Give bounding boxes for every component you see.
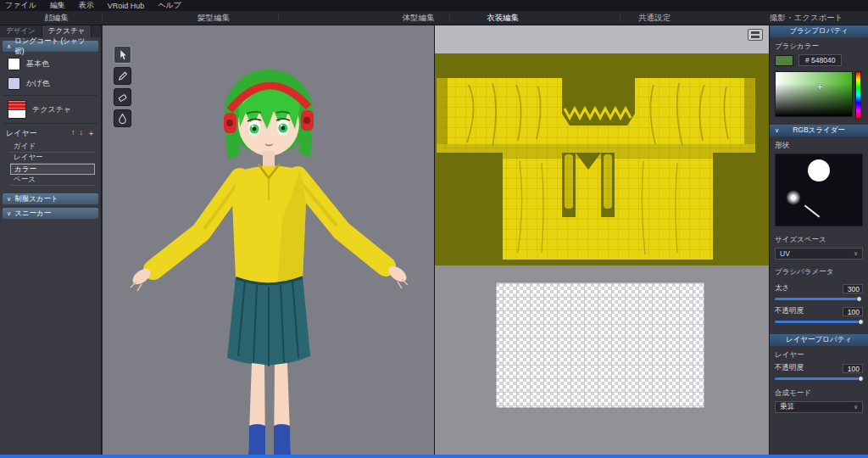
menu-vroid-hub[interactable]: VRoid Hub — [108, 2, 145, 10]
menu-edit[interactable]: 編集 — [50, 0, 65, 11]
picker-cursor-icon[interactable]: + — [817, 81, 822, 92]
chevron-down-icon: ∨ — [854, 250, 858, 257]
chevron-down-icon: ∨ — [7, 196, 11, 202]
thickness-label: 太さ — [775, 283, 789, 293]
size-space-value: UV — [780, 249, 790, 258]
size-space-label: サイズスペース — [775, 235, 863, 245]
layer-actions: ↑ ↓ ＋ — [71, 128, 95, 139]
tab-common[interactable]: 共通設定 — [638, 11, 670, 25]
thickness-slider[interactable] — [775, 298, 863, 300]
blend-mode-label: 合成モード — [775, 388, 863, 399]
chevron-down-icon: ∨ — [854, 404, 858, 411]
brush-shape-hard-circle[interactable] — [808, 159, 830, 182]
bottom-accent-bar — [0, 455, 868, 458]
section-title: スニーカー — [14, 209, 51, 219]
tab-outfit[interactable]: 衣装編集 — [487, 11, 519, 25]
brush-shape-line[interactable] — [804, 204, 821, 217]
collapsed-sections: ∨ 制服スカート ∨ スニーカー — [0, 193, 101, 219]
base-color-swatch — [8, 58, 20, 70]
add-layer-icon[interactable]: ＋ — [87, 128, 95, 139]
move-layer-up-icon[interactable]: ↑ — [71, 128, 75, 139]
paint-drop-icon[interactable] — [114, 109, 131, 127]
left-sidebar: デザイン テクスチャ ∧ ロングコート (シャツ裾) 基本色 かげ色 テクスチャ — [0, 25, 102, 455]
thickness-value-field[interactable]: 300 — [843, 284, 863, 293]
brush-color-swatch[interactable] — [775, 55, 793, 66]
vroid-studio-window: ファイル 編集 表示 VRoid Hub ヘルプ 顔編集 髪型編集 体型編集 衣… — [0, 0, 868, 458]
color-picker: + — [775, 71, 863, 119]
brush-opacity-row: 不透明度 100 — [775, 306, 863, 316]
texture-item-label: テクスチャ — [32, 104, 71, 115]
layer-item-layer[interactable]: レイヤー — [10, 153, 95, 164]
color-item-shade[interactable]: かげ色 — [0, 74, 101, 93]
layer-opacity-slider[interactable] — [775, 377, 863, 380]
layer-item-color[interactable]: カラー — [10, 164, 95, 175]
brush-opacity-value-field[interactable]: 100 — [843, 307, 863, 316]
layers-header: レイヤー ↑ ↓ ＋ — [0, 126, 101, 140]
shape-label: 形状 — [775, 141, 863, 151]
brush-color-hex-field[interactable]: # 548040 — [798, 54, 842, 66]
saturation-value-picker[interactable]: + — [775, 71, 853, 117]
size-space-select[interactable]: UV ∨ — [775, 248, 863, 260]
brush-opacity-label: 不透明度 — [775, 306, 804, 316]
texture-thumbnail — [8, 100, 26, 119]
color-item-label: かげ色 — [26, 78, 49, 89]
rgb-slider-header[interactable]: ∨ RGBスライダー — [770, 125, 868, 137]
menu-file[interactable]: ファイル — [5, 0, 36, 11]
shade-color-swatch — [8, 77, 20, 90]
section-title: ロングコート (シャツ裾) — [14, 36, 94, 57]
section-header-longcoat[interactable]: ∧ ロングコート (シャツ裾) — [3, 41, 98, 52]
menu-bar: ファイル 編集 表示 VRoid Hub ヘルプ — [0, 0, 868, 11]
hue-slider[interactable] — [855, 71, 861, 119]
section-title: 制服スカート — [14, 194, 58, 204]
section-header-skirt[interactable]: ∨ 制服スカート — [3, 193, 98, 204]
tab-separator — [278, 14, 279, 21]
layer-item-base[interactable]: ベース — [10, 175, 95, 186]
brush-property-panel: ブラシプロパティ ブラシカラー # 548040 + ∨ RGBスライダー — [769, 25, 868, 455]
brush-shape-list[interactable] — [775, 154, 863, 226]
blend-mode-value: 乗算 — [780, 402, 794, 412]
chevron-down-icon: ∨ — [775, 127, 779, 134]
tab-separator — [770, 14, 771, 21]
character-model[interactable] — [103, 25, 434, 455]
thickness-row: 太さ 300 — [775, 283, 863, 293]
tab-separator — [449, 14, 450, 21]
layer-opacity-label: 不透明度 — [775, 363, 804, 373]
layer-list: ガイド レイヤー カラー ベース — [10, 142, 95, 186]
content-area: デザイン テクスチャ ∧ ロングコート (シャツ裾) 基本色 かげ色 テクスチャ — [0, 25, 868, 455]
pencil-icon[interactable] — [114, 67, 131, 85]
tab-separator — [102, 14, 103, 21]
texture-canvas[interactable] — [434, 25, 769, 455]
layer-properties-title: レイヤープロパティ — [786, 335, 852, 345]
layer-group-label: レイヤー — [775, 350, 863, 360]
layer-properties-header: レイヤープロパティ — [770, 334, 868, 346]
brush-shape-soft-circle[interactable] — [786, 190, 801, 205]
chevron-up-icon: ∧ — [7, 43, 11, 49]
menu-view[interactable]: 表示 — [79, 0, 94, 11]
chevron-down-icon: ∨ — [7, 210, 11, 216]
texture-item[interactable]: テクスチャ — [0, 98, 101, 121]
move-layer-down-icon[interactable]: ↓ — [80, 128, 84, 139]
eraser-icon[interactable] — [114, 88, 131, 106]
paint-tool-palette — [114, 46, 131, 127]
menu-help[interactable]: ヘルプ — [158, 0, 181, 11]
tab-export[interactable]: 撮影・エクスポート — [770, 11, 843, 25]
brush-color-row: # 548040 — [775, 54, 863, 66]
brush-properties-header: ブラシプロパティ — [770, 25, 868, 37]
tab-body[interactable]: 体型編集 — [403, 11, 435, 25]
tab-hair[interactable]: 髪型編集 — [198, 11, 230, 25]
section-header-sneakers[interactable]: ∨ スニーカー — [3, 208, 98, 219]
color-item-base[interactable]: 基本色 — [0, 54, 101, 74]
tab-face[interactable]: 顔編集 — [44, 11, 69, 25]
color-item-label: 基本色 — [26, 59, 49, 70]
select-cursor-icon[interactable] — [114, 46, 131, 64]
blend-mode-select[interactable]: 乗算 ∨ — [775, 401, 863, 413]
texture-view-toggle-button[interactable] — [748, 29, 763, 41]
brush-properties-title: ブラシプロパティ — [789, 26, 849, 36]
layer-opacity-row: 不透明度 100 — [775, 363, 863, 373]
brush-color-label: ブラシカラー — [775, 42, 863, 52]
viewport-canvas[interactable] — [103, 25, 434, 455]
brush-opacity-slider[interactable] — [775, 321, 863, 323]
tab-separator — [620, 14, 620, 21]
layer-item-guide[interactable]: ガイド — [10, 142, 95, 153]
layer-opacity-value-field[interactable]: 100 — [843, 364, 863, 373]
